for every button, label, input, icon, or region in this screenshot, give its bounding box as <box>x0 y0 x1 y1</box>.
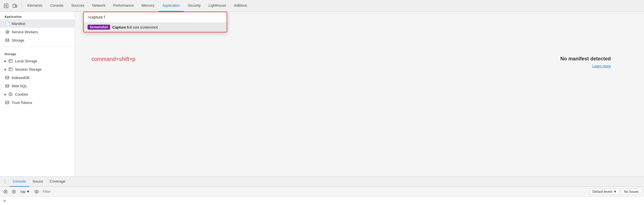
default-levels-button[interactable]: Default levels ▼ <box>590 189 619 195</box>
manifest-icon: 📄 <box>4 21 10 26</box>
tab-network[interactable]: Network <box>88 0 109 12</box>
execution-context-selector[interactable]: top ▼ <box>19 189 32 194</box>
tab-lighthouse[interactable]: Lighthouse <box>205 0 230 12</box>
sidebar-item-storage-label: Storage <box>12 38 24 42</box>
bottom-tab-issues[interactable]: Issues <box>29 177 47 187</box>
bottom-panel: ⋮ Console Issues Coverage top ▼ <box>0 176 644 205</box>
sidebar-item-websql[interactable]: Web SQL <box>0 82 75 90</box>
tab-console[interactable]: Console <box>46 0 67 12</box>
tab-application[interactable]: Application <box>159 0 184 12</box>
sidebar-section-application: Application <box>0 12 75 19</box>
capture-result-text: Capture full size screenshot <box>112 25 158 29</box>
tab-sources[interactable]: Sources <box>67 0 88 12</box>
service-workers-icon: ⚙️ <box>4 29 10 35</box>
execution-context-label: top <box>21 189 25 194</box>
tab-divider <box>22 2 22 9</box>
sidebar-item-trust-tokens[interactable]: Trust Tokens <box>0 98 75 107</box>
tab-security[interactable]: Security <box>184 0 205 12</box>
sidebar-item-cookies-label: Cookies <box>15 92 28 96</box>
learn-more-link[interactable]: Learn more <box>592 64 611 68</box>
console-prompt-arrow-icon: > <box>3 199 6 203</box>
svg-point-11 <box>6 84 9 86</box>
command-palette-input[interactable]: >capture f <box>84 12 227 22</box>
cookies-icon <box>8 91 13 97</box>
local-storage-arrow-icon: ▶ <box>4 60 7 63</box>
execution-context-arrow-icon: ▼ <box>26 189 30 194</box>
no-manifest-title: No manifest detected <box>560 56 611 62</box>
sidebar-item-cookies[interactable]: ▶ Cookies <box>0 90 75 98</box>
websql-icon <box>4 83 10 89</box>
session-storage-icon <box>8 66 13 72</box>
no-manifest-panel: No manifest detected Learn more <box>560 56 611 68</box>
svg-point-3 <box>6 39 9 40</box>
eye-icon[interactable] <box>33 188 40 195</box>
no-manifest-link-container: Learn more <box>560 64 611 68</box>
sidebar-item-local-storage[interactable]: ▶ Local Storage <box>0 57 75 65</box>
sidebar-item-manifest[interactable]: 📄 Manifest <box>0 19 75 28</box>
tab-performance[interactable]: Performance <box>109 0 137 12</box>
svg-point-20 <box>36 191 37 192</box>
tab-adblock[interactable]: AdBlock <box>230 0 251 12</box>
svg-rect-4 <box>9 59 12 63</box>
tab-elements[interactable]: Elements <box>24 0 46 12</box>
svg-rect-2 <box>16 5 17 7</box>
sidebar-item-trust-tokens-label: Trust Tokens <box>12 101 32 105</box>
svg-rect-7 <box>9 68 12 71</box>
bottom-tab-console[interactable]: Console <box>9 177 29 187</box>
sidebar-item-indexeddb-label: IndexedDB <box>12 76 29 80</box>
devtools-tab-bar: Elements Console Sources Network Perform… <box>0 0 644 12</box>
svg-rect-1 <box>13 4 16 7</box>
command-palette-result[interactable]: Screenshot Capture full size screenshot <box>84 22 227 32</box>
screenshot-badge: Screenshot <box>88 25 110 30</box>
command-palette: >capture f Screenshot Capture full size … <box>83 12 227 32</box>
sidebar-divider <box>0 47 75 47</box>
svg-point-10 <box>6 76 9 77</box>
svg-rect-18 <box>13 191 14 192</box>
sidebar-item-storage[interactable]: Storage <box>0 36 75 44</box>
sidebar-item-service-workers-label: Service Workers <box>12 30 38 34</box>
main-area: Application 📄 Manifest ⚙️ Service Worker… <box>0 12 644 176</box>
bottom-toolbar: top ▼ Default levels ▼ No Issues <box>0 187 644 197</box>
tab-memory[interactable]: Memory <box>138 0 159 12</box>
sidebar-item-websql-label: Web SQL <box>12 84 27 88</box>
svg-point-15 <box>6 101 9 102</box>
main-panel: >capture f Screenshot Capture full size … <box>75 12 644 176</box>
bottom-tab-menu-icon[interactable]: ⋮ <box>2 179 8 184</box>
trust-tokens-icon <box>4 100 10 105</box>
local-storage-icon <box>8 58 13 64</box>
inspect-icon[interactable] <box>2 2 10 10</box>
bottom-tab-bar: ⋮ Console Issues Coverage <box>0 177 644 187</box>
sidebar-section-storage: Storage <box>0 49 75 57</box>
default-levels-label: Default levels <box>592 190 612 194</box>
cookies-arrow-icon: ▶ <box>4 93 7 96</box>
sidebar-item-service-workers[interactable]: ⚙️ Service Workers <box>0 28 75 36</box>
bottom-tab-coverage[interactable]: Coverage <box>46 177 68 187</box>
clear-console-icon[interactable] <box>2 188 9 195</box>
sidebar-item-manifest-label: Manifest <box>12 22 25 26</box>
sidebar-item-session-storage[interactable]: ▶ Session Storage <box>0 65 75 73</box>
cmd-shortcut-label: command+shift+p <box>91 56 136 62</box>
default-levels-arrow-icon: ▼ <box>614 190 617 194</box>
sidebar-item-session-storage-label: Session Storage <box>15 67 41 71</box>
storage-icon <box>4 37 10 43</box>
console-prompt-row: > <box>0 197 644 205</box>
sidebar-item-indexeddb[interactable]: IndexedDB <box>0 73 75 82</box>
svg-point-19 <box>35 190 39 193</box>
device-toggle-icon[interactable] <box>11 2 19 10</box>
sidebar: Application 📄 Manifest ⚙️ Service Worker… <box>0 12 75 176</box>
sidebar-item-local-storage-label: Local Storage <box>15 59 37 63</box>
stop-icon[interactable] <box>11 188 17 195</box>
indexeddb-icon <box>4 75 10 80</box>
no-issues-button[interactable]: No Issues <box>621 189 642 195</box>
filter-input[interactable] <box>42 189 588 194</box>
session-storage-arrow-icon: ▶ <box>4 68 7 71</box>
